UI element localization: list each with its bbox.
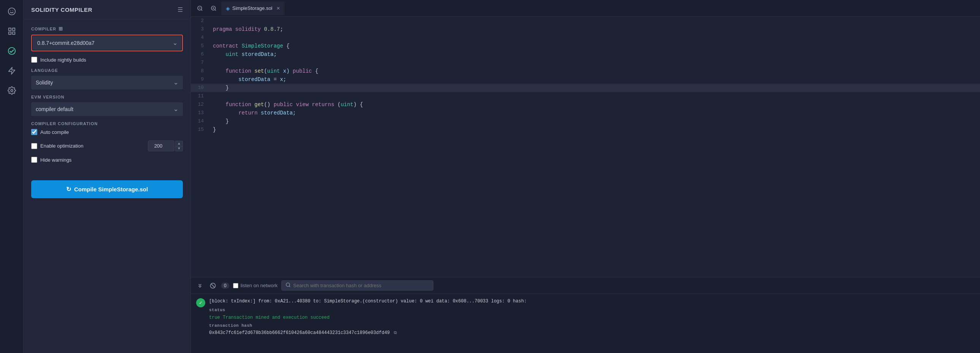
sidebar-home-btn[interactable] (4, 4, 19, 19)
compile-button[interactable]: ↻ Compile SimpleStorage.sol (31, 180, 183, 198)
zoom-out-btn[interactable] (194, 4, 206, 13)
auto-compile-row[interactable]: Auto compile (31, 129, 183, 135)
console-stop-btn[interactable] (208, 282, 218, 289)
code-line-11: 11 (191, 92, 980, 101)
panel-header: SOLIDITY COMPILER ☰ (24, 0, 191, 20)
listen-network-checkbox[interactable] (233, 283, 239, 288)
line-content-14: } (210, 117, 980, 126)
compiler-plus-icon[interactable]: ⊞ (59, 26, 63, 32)
auto-compile-checkbox[interactable] (31, 129, 37, 135)
compiler-select-wrapper: 0.8.7+commit.e28d00a7 ⌄ (31, 35, 183, 51)
svg-point-7 (8, 48, 15, 54)
optimization-arrows: ▲ ▼ (175, 141, 183, 152)
svg-rect-5 (8, 32, 11, 34)
line-number-6: 6 (191, 50, 210, 59)
console-badge-count: 0 (221, 283, 229, 289)
include-nightly-label: Include nightly builds (40, 57, 86, 63)
console-search-input[interactable] (293, 283, 429, 288)
sidebar-settings-btn[interactable] (4, 83, 19, 98)
file-tab-label: SimpleStorage.sol (232, 5, 272, 11)
svg-rect-3 (8, 28, 11, 30)
listen-network-label[interactable]: listen on network (233, 283, 278, 288)
compiler-section-label: COMPILER ⊞ (31, 26, 183, 32)
line-content-10: } (210, 84, 980, 92)
console-content: ✓ [block: txIndex:] from: 0xA21...40380 … (191, 294, 980, 353)
code-line-13: 13 return storedData; (191, 109, 980, 117)
config-section-label: COMPILER CONFIGURATION (31, 121, 183, 126)
optimization-value-input[interactable] (148, 141, 175, 152)
main-area: ◈ SimpleStorage.sol ✕ 2 3 pragma solidit… (191, 0, 980, 353)
console-search-box[interactable] (281, 280, 433, 291)
svg-point-19 (286, 283, 290, 286)
line-number-8: 8 (191, 67, 210, 75)
compiler-select[interactable]: 0.8.7+commit.e28d00a7 (33, 36, 181, 50)
sidebar-deploy-btn[interactable] (4, 63, 19, 78)
panel-title: SOLIDITY COMPILER (31, 6, 92, 13)
line-content-8: function set(uint x) public { (210, 67, 980, 75)
enable-optimization-label: Enable optimization (40, 143, 83, 149)
language-select[interactable]: Solidity (31, 76, 183, 89)
svg-line-18 (211, 284, 215, 287)
console-detail-row-1: status true Transaction mined and execut… (209, 307, 975, 321)
line-number-4: 4 (191, 34, 210, 42)
include-nightly-row[interactable]: Include nightly builds (31, 57, 183, 63)
evm-section-label: EVM VERSION (31, 95, 183, 99)
line-content-15: } (210, 126, 980, 134)
svg-point-9 (11, 89, 13, 92)
hide-warnings-label: Hide warnings (40, 157, 72, 163)
line-number-10: 10 (191, 84, 210, 92)
line-content-9: storedData = x; (210, 75, 980, 84)
code-line-14: 14 } (191, 117, 980, 126)
detail-col-txhash: transaction hash 0x843c7fc61ef2d678b36bb… (209, 323, 397, 337)
auto-compile-label: Auto compile (40, 129, 69, 135)
evm-select-wrapper: compiler default ⌄ (31, 102, 183, 116)
code-line-3: 3 pragma solidity 0.8.7; (191, 25, 980, 34)
svg-rect-4 (12, 28, 14, 30)
code-line-8: 8 function set(uint x) public { (191, 67, 980, 75)
code-line-5: 5 contract SimpleStorage { (191, 42, 980, 50)
line-content-3: pragma solidity 0.8.7; (210, 25, 980, 34)
compile-button-label: Compile SimpleStorage.sol (74, 186, 148, 192)
zoom-in-btn[interactable] (208, 4, 220, 13)
hide-warnings-checkbox[interactable] (31, 157, 37, 163)
language-select-wrapper: Solidity ⌄ (31, 76, 183, 89)
hide-warnings-row[interactable]: Hide warnings (31, 157, 183, 163)
code-line-15: 15 } (191, 126, 980, 134)
code-line-6: 6 uint storedData; (191, 50, 980, 59)
sidebar-files-btn[interactable] (4, 24, 19, 39)
optimization-up-btn[interactable]: ▲ (175, 141, 183, 146)
listen-network-text: listen on network (241, 283, 278, 288)
editor-area: 2 3 pragma solidity 0.8.7; 4 5 contract … (191, 17, 980, 277)
panel-content: COMPILER ⊞ 0.8.7+commit.e28d00a7 ⌄ Inclu… (24, 20, 191, 174)
svg-line-20 (289, 286, 290, 287)
file-tab-icon: ◈ (226, 5, 230, 11)
code-editor[interactable]: 2 3 pragma solidity 0.8.7; 4 5 contract … (191, 17, 980, 277)
sidebar-compile-btn[interactable] (4, 43, 19, 59)
enable-optimization-row[interactable]: Enable optimization (31, 143, 144, 149)
code-line-10: 10 } (191, 84, 980, 92)
line-number-3: 3 (191, 25, 210, 34)
line-content-5: contract SimpleStorage { (210, 42, 980, 50)
console-detail-row-2: transaction hash 0x843c7fc61ef2d678b36bb… (209, 323, 975, 337)
file-tab-close-icon[interactable]: ✕ (276, 6, 280, 11)
optimization-down-btn[interactable]: ▼ (175, 146, 183, 152)
copy-tx-hash-icon[interactable]: ⧉ (394, 331, 397, 335)
tabs-bar: ◈ SimpleStorage.sol ✕ (191, 0, 980, 17)
file-tab[interactable]: ◈ SimpleStorage.sol ✕ (221, 2, 285, 15)
svg-marker-8 (8, 67, 15, 74)
line-number-5: 5 (191, 42, 210, 50)
search-icon (285, 282, 291, 289)
compile-refresh-icon: ↻ (66, 185, 71, 193)
include-nightly-checkbox[interactable] (31, 57, 37, 63)
line-number-12: 12 (191, 101, 210, 109)
panel-menu-icon[interactable]: ☰ (178, 6, 183, 13)
tx-hash-value: 0x843c7fc61ef2d678b36bb6662f610426a60ca4… (209, 329, 397, 336)
enable-optimization-checkbox[interactable] (31, 143, 37, 149)
console-collapse-btn[interactable] (196, 282, 205, 289)
code-line-12: 12 function get() public view returns (u… (191, 101, 980, 109)
console-entry: ✓ [block: txIndex:] from: 0xA21...40380 … (196, 298, 975, 338)
code-line-2: 2 (191, 17, 980, 25)
console-entry-text: [block: txIndex:] from: 0xA21...40380 to… (209, 298, 975, 338)
status-value: true Transaction mined and execution suc… (209, 314, 329, 321)
evm-select[interactable]: compiler default (31, 102, 183, 116)
